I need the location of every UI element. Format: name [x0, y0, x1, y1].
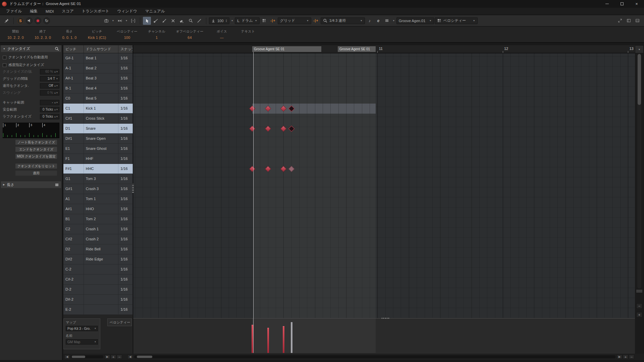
column-header-1[interactable]: ドラムサウンド: [84, 45, 118, 53]
note-length-dropdown[interactable]: L ドラム ▼: [235, 17, 259, 24]
menu-item-1[interactable]: 編集: [26, 8, 42, 15]
event-preview-button[interactable]: [102, 17, 110, 25]
grid-snap-button[interactable]: -|+: [312, 17, 320, 25]
list-horizontal-scrollbar[interactable]: [71, 355, 103, 358]
quantize-button-2[interactable]: MIDI クオンタイズを固定: [15, 154, 57, 159]
quantize-panel-header[interactable]: ▼ クオンタイズ: [1, 45, 61, 52]
menu-item-0[interactable]: ファイル: [2, 8, 26, 15]
grid-scrollbar-thumb[interactable]: [137, 356, 152, 358]
info-field-4[interactable]: ベロシティー100: [111, 26, 143, 42]
info-field-0[interactable]: 開始10. 2. 2. 0: [2, 26, 29, 42]
drum-row-b1[interactable]: B1Tom 21/16: [63, 214, 133, 224]
lanes-menu-button[interactable]: ▼: [392, 17, 396, 24]
field-spinner[interactable]: 0 Ticks▲▼: [40, 107, 59, 112]
info-field-6[interactable]: オフベロシティー64: [171, 26, 209, 42]
field-spinner[interactable]: 0 %▲▼: [40, 90, 59, 96]
drum-row-d2[interactable]: D2Ride Bell1/16: [63, 244, 133, 254]
part-name-chip-0[interactable]: Groove Agent SE 01: [252, 46, 321, 52]
vertical-zoom-in-button[interactable]: +: [636, 312, 642, 317]
drum-row-ds-2[interactable]: D#-21/16: [63, 295, 133, 305]
drum-row-a1[interactable]: A1Tom 11/16: [63, 194, 133, 204]
drum-row-b-1[interactable]: B-1Beat 41/16: [63, 83, 133, 94]
ruler-options-button[interactable]: ▼: [635, 45, 644, 53]
grid-zoom-in-button[interactable]: +: [623, 355, 628, 359]
quantize-reset-button[interactable]: クオンタイズをリセット: [15, 163, 57, 169]
info-field-8[interactable]: テキスト: [235, 26, 261, 42]
drum-row-fs1[interactable]: F#1HHC1/16: [63, 164, 133, 174]
drum-row-c-2[interactable]: C-21/16: [63, 264, 133, 275]
close-button[interactable]: ×: [629, 0, 644, 8]
setup-window-layout-button[interactable]: [633, 17, 641, 25]
mute-tool[interactable]: [169, 17, 177, 25]
lanes-button[interactable]: [383, 17, 391, 25]
vertical-zoom-out-button[interactable]: −: [636, 303, 642, 309]
trim-tool[interactable]: [160, 17, 168, 25]
drum-map-dropdown[interactable]: Pop Kit 3 - Gro. ▼: [66, 326, 98, 331]
minimize-button[interactable]: [600, 0, 614, 8]
lane-splitter-handle[interactable]: [636, 290, 642, 292]
drum-row-c0[interactable]: C0Beat 51/16: [63, 94, 133, 104]
controller-lane-selector[interactable]: ベロシティー: [107, 318, 132, 326]
drum-row-ds2[interactable]: D#2Ride Edge1/16: [63, 254, 133, 264]
drum-row-a-1[interactable]: A-1Beat 21/16: [63, 63, 133, 73]
timeline-ruler[interactable]: Groove Agent SE 01Groove Agent SE 011112…: [133, 45, 635, 53]
vertical-scrollbar-thumb[interactable]: [638, 54, 641, 105]
drumstick-tool[interactable]: [152, 17, 160, 25]
event-preview-menu-button[interactable]: ▼: [111, 17, 115, 24]
column-header-0[interactable]: ピッチ: [63, 45, 84, 53]
field-dropdown[interactable]: 1/4 T▼: [40, 76, 59, 81]
info-field-3[interactable]: ピッチKick 1 (C1): [83, 26, 111, 42]
menu-item-6[interactable]: マニュアル: [141, 8, 169, 15]
object-selection-tool[interactable]: [143, 17, 151, 25]
vertical-scrollbar[interactable]: [637, 54, 641, 289]
checkbox[interactable]: [3, 56, 6, 59]
grid-scroll-right-button[interactable]: ▶: [617, 355, 622, 359]
list-scrollbar-thumb[interactable]: [72, 356, 85, 358]
drum-row-gs1[interactable]: G#1Crash 31/16: [63, 184, 133, 194]
length-section-header[interactable]: ▶ 長さ: [1, 181, 61, 188]
quantize-apply-button[interactable]: 適用: [15, 170, 57, 176]
velocity-bar-2[interactable]: [267, 328, 269, 353]
list-zoom-in-button[interactable]: +: [111, 355, 116, 359]
info-field-5[interactable]: チャンネル1: [143, 26, 170, 42]
record-in-editor-button[interactable]: [35, 17, 41, 24]
map-name-dropdown[interactable]: GM Map ▼: [66, 339, 98, 345]
info-field-7[interactable]: ボイス—: [209, 26, 235, 42]
drum-row-as1[interactable]: A#1HHO1/16: [63, 204, 133, 214]
list-zoom-out-button[interactable]: −: [117, 355, 122, 359]
lane-resize-handle[interactable]: [382, 318, 390, 319]
drum-row-g1[interactable]: G1Tom 31/16: [63, 174, 133, 184]
drum-row-d-2[interactable]: D-21/16: [63, 285, 133, 295]
grid-horizontal-scrollbar[interactable]: [134, 355, 615, 358]
quantize-button-1[interactable]: エンドをクオンタイズ: [15, 146, 57, 152]
drum-row-f1[interactable]: F1HHF1/16: [63, 154, 133, 164]
snap-type-dropdown[interactable]: グリッド ▼: [278, 17, 311, 24]
drum-row-gs-1[interactable]: G#-1Beat 11/16: [63, 53, 133, 63]
drum-row-ds1[interactable]: D#1Snare Open1/16: [63, 134, 133, 144]
quantize-preset-dropdown[interactable]: 1/4 3 連符 ▼: [321, 17, 365, 24]
left-zone-toggle-button[interactable]: [625, 17, 633, 25]
drum-row-as-1[interactable]: A#-1Beat 31/16: [63, 73, 133, 83]
acoustic-feedback-button[interactable]: [26, 17, 33, 24]
loop-button[interactable]: ↻: [43, 17, 50, 24]
part-borders-button[interactable]: [129, 17, 137, 25]
velocity-bar-4[interactable]: [283, 326, 284, 353]
grid-zoom-out-button[interactable]: −: [629, 355, 634, 359]
drum-row-cs1[interactable]: C#1Cross Stick1/16: [63, 114, 133, 124]
field-spinner[interactable]: Off▲▼: [40, 83, 59, 88]
column-header-2[interactable]: スナップ: [118, 45, 133, 53]
autoscroll-menu-button[interactable]: ▼: [124, 17, 128, 24]
drum-row-c1[interactable]: C1Kick 11/16: [63, 104, 133, 114]
menu-item-3[interactable]: スコア: [58, 8, 77, 15]
field-spinner[interactable]: 60 %▲▼: [40, 69, 59, 74]
velocity-controller-lane[interactable]: [133, 318, 635, 353]
drum-row-e1[interactable]: E1Snare Ghost1/16: [63, 144, 133, 154]
spinner-icon[interactable]: ▲▼: [225, 19, 227, 22]
menu-item-4[interactable]: トランスポート: [78, 8, 113, 15]
iterative-quantize-button[interactable]: ♪: [366, 17, 374, 25]
open-in-window-button[interactable]: [616, 17, 624, 25]
part-selector-dropdown[interactable]: Groove Agen.01 ▼: [396, 17, 434, 24]
column-splitter-handle[interactable]: [132, 184, 134, 193]
maximize-button[interactable]: [614, 0, 629, 8]
event-colors-setup-button[interactable]: [260, 17, 268, 25]
